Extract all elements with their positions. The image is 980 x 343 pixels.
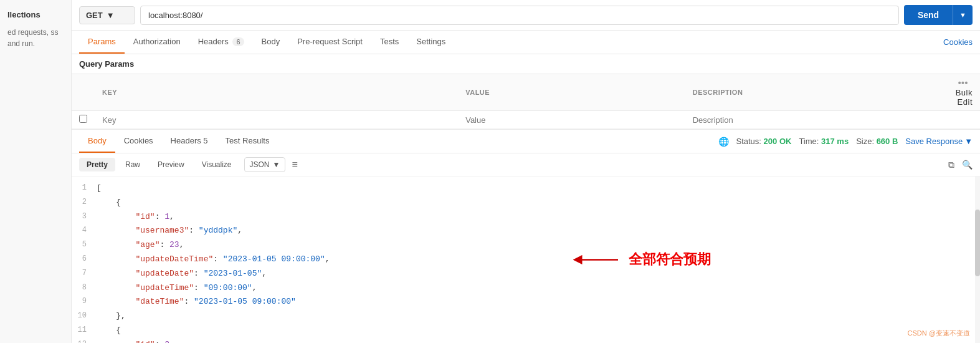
query-params-label: Query Params bbox=[72, 54, 980, 74]
status-value: 200 OK bbox=[764, 137, 792, 146]
row-value-cell bbox=[458, 111, 685, 129]
response-tab-body[interactable]: Body bbox=[79, 130, 115, 153]
json-line-11: 11 { bbox=[72, 324, 980, 338]
three-dots-icon[interactable]: ••• bbox=[958, 78, 968, 88]
th-key: KEY bbox=[95, 74, 458, 111]
format-visualize-button[interactable]: Visualize bbox=[194, 158, 239, 172]
format-dropdown-chevron-icon: ▼ bbox=[273, 160, 280, 169]
response-tab-cookies[interactable]: Cookies bbox=[115, 130, 162, 153]
json-line-1: 1 [ bbox=[72, 181, 980, 196]
scrollbar-track bbox=[975, 176, 980, 343]
globe-icon: 🌐 bbox=[718, 137, 729, 147]
method-selector[interactable]: GET ▼ bbox=[79, 6, 135, 24]
json-line-6: 6 "updateDateTime": "2023-01-05 09:00:00… bbox=[72, 253, 980, 267]
value-input[interactable] bbox=[465, 115, 678, 125]
tab-params[interactable]: Params bbox=[79, 31, 125, 54]
time-value: 317 ms bbox=[821, 137, 849, 146]
json-line-10: 10 }, bbox=[72, 309, 980, 324]
format-dropdown-label: JSON bbox=[250, 160, 270, 169]
scrollbar-thumb[interactable] bbox=[975, 210, 980, 276]
json-line-3: 3 "id": 1, bbox=[72, 210, 980, 225]
json-line-2: 2 { bbox=[72, 196, 980, 210]
row-key-cell bbox=[95, 111, 458, 129]
table-row bbox=[72, 111, 980, 129]
search-icon[interactable]: 🔍 bbox=[962, 160, 973, 170]
tab-authorization[interactable]: Authorization bbox=[125, 31, 189, 54]
desc-input[interactable] bbox=[693, 115, 935, 125]
tab-headers[interactable]: Headers 6 bbox=[189, 31, 253, 54]
th-actions: ••• Bulk Edit bbox=[943, 74, 980, 111]
cookies-link[interactable]: Cookies bbox=[943, 37, 973, 47]
method-label: GET bbox=[86, 11, 103, 20]
url-bar: GET ▼ Send ▼ bbox=[72, 0, 980, 31]
request-tabs-row: Params Authorization Headers 6 Body Pre-… bbox=[72, 31, 980, 54]
send-dropdown-button[interactable]: ▼ bbox=[953, 5, 973, 25]
annotation-text: 全部符合预期 bbox=[629, 249, 711, 271]
method-chevron-icon: ▼ bbox=[107, 11, 115, 20]
json-line-5: 5 "age": 23, bbox=[72, 238, 980, 253]
query-params-section: Query Params KEY VALUE DESCRIPTION ••• B… bbox=[72, 54, 980, 129]
tab-pre-request-script[interactable]: Pre-request Script bbox=[288, 31, 371, 54]
url-input[interactable] bbox=[140, 6, 899, 25]
tab-settings[interactable]: Settings bbox=[407, 31, 454, 54]
annotation-group: 全部符合预期 bbox=[571, 249, 711, 271]
send-btn-group: Send ▼ bbox=[904, 5, 973, 25]
send-button[interactable]: Send bbox=[904, 5, 953, 25]
json-line-9: 9 "dateTime": "2023-01-05 09:00:00" bbox=[72, 295, 980, 309]
row-desc-cell bbox=[685, 111, 943, 129]
json-line-12: 12 "id": 2, bbox=[72, 338, 980, 343]
filter-icon[interactable]: ≡ bbox=[292, 159, 297, 170]
csdn-watermark: CSDN @变速不变道 bbox=[908, 329, 970, 338]
size-label: Size: 660 B bbox=[856, 137, 898, 146]
row-action-cell bbox=[943, 111, 980, 129]
response-tab-headers[interactable]: Headers 5 bbox=[162, 130, 217, 153]
save-response-button[interactable]: Save Response ▼ bbox=[905, 137, 973, 146]
sidebar-text: ed requests, ss and run. bbox=[5, 24, 66, 52]
row-checkbox[interactable] bbox=[79, 115, 87, 123]
response-status-bar: 🌐 Status: 200 OK Time: 317 ms Size: 660 … bbox=[718, 137, 973, 147]
format-toolbar: Pretty Raw Preview Visualize JSON ▼ ≡ ⧉ … bbox=[72, 153, 980, 176]
tab-body[interactable]: Body bbox=[253, 31, 289, 54]
copy-icon[interactable]: ⧉ bbox=[948, 160, 954, 170]
size-value: 660 B bbox=[877, 137, 898, 146]
format-dropdown[interactable]: JSON ▼ bbox=[244, 157, 286, 172]
json-viewer[interactable]: 1 [ 2 { 3 "id": 1, 4 bbox=[72, 176, 980, 343]
arrow-icon bbox=[571, 252, 621, 267]
response-section: Body Cookies Headers 5 Test Results 🌐 St… bbox=[72, 129, 980, 343]
key-input[interactable] bbox=[102, 115, 450, 125]
response-tabs-row: Body Cookies Headers 5 Test Results 🌐 St… bbox=[72, 130, 980, 153]
json-line-8: 8 "updateTime": "09:00:00", bbox=[72, 281, 980, 296]
th-checkbox bbox=[72, 74, 95, 111]
row-checkbox-cell bbox=[72, 111, 95, 129]
th-description: DESCRIPTION bbox=[685, 74, 943, 111]
sidebar-title: llections bbox=[5, 5, 66, 24]
format-raw-button[interactable]: Raw bbox=[118, 158, 148, 172]
json-line-7: 7 "updateDate": "2023-01-05", bbox=[72, 267, 980, 281]
format-preview-button[interactable]: Preview bbox=[150, 158, 192, 172]
th-value: VALUE bbox=[458, 74, 685, 111]
left-sidebar: llections ed requests, ss and run. bbox=[0, 0, 72, 343]
response-tab-test-results[interactable]: Test Results bbox=[217, 130, 278, 153]
params-table: KEY VALUE DESCRIPTION ••• Bulk Edit bbox=[72, 74, 980, 129]
tab-tests[interactable]: Tests bbox=[371, 31, 407, 54]
json-line-4: 4 "username3": "ydddpk", bbox=[72, 224, 980, 238]
format-pretty-button[interactable]: Pretty bbox=[79, 158, 115, 172]
bulk-edit-button[interactable]: Bulk Edit bbox=[956, 88, 973, 107]
time-label: Time: 317 ms bbox=[799, 137, 849, 146]
status-label: Status: 200 OK bbox=[736, 137, 792, 146]
